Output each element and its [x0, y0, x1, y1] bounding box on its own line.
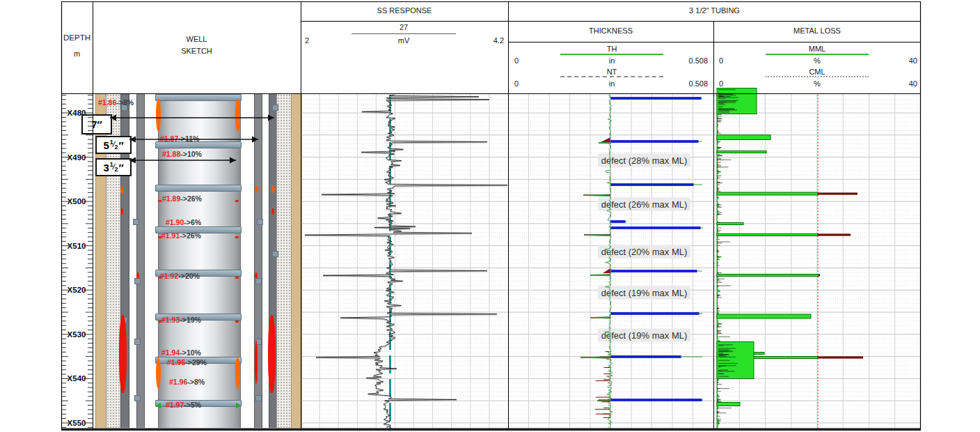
defect-label: defect (20% max ML) [598, 245, 690, 259]
nt-curve-name: NT [560, 68, 663, 76]
depth-label: X490 [68, 153, 86, 162]
joint-annotation: #1.91->26% [161, 231, 201, 240]
ss-scale-min: 2 [305, 36, 309, 45]
casing-size-callout: 51⁄2″ [95, 136, 132, 154]
casing-centralizer [257, 219, 263, 225]
joint-loss: ->26% [180, 231, 201, 240]
corrosion-streak [119, 315, 127, 393]
corrosion-dot-red [271, 208, 274, 215]
ss-curve-underline [351, 33, 456, 34]
mml-bar [717, 314, 811, 318]
joint-id: #1.88 [162, 150, 180, 158]
casing-size-callout: 31⁄2″ [95, 158, 132, 176]
th-scale-min: 0 [514, 56, 519, 65]
thickness-track-title: THICKNESS [508, 26, 713, 35]
mml-bar-exceed [819, 274, 820, 276]
cement-band [276, 94, 292, 428]
corrosion-crescent [235, 357, 240, 389]
defect-tick [235, 236, 239, 238]
mml-bar [717, 275, 819, 277]
callout-unit: ″ [118, 162, 123, 173]
joint-annotation: #1.86->8% [98, 98, 134, 107]
callout-fraction: 1⁄2 [110, 139, 118, 151]
joint-annotation: #1.87->11% [160, 134, 199, 143]
mml-bar [717, 95, 748, 96]
joint-loss: ->5% [184, 401, 201, 409]
casing-size-callout: 7″ [81, 114, 112, 134]
joint-loss: ->6% [184, 218, 201, 226]
mml-curve-name: MML [766, 45, 869, 53]
th-unit-label: in [560, 56, 663, 65]
joint-annotation: #1.95->29% [167, 358, 207, 367]
casing-centralizer [133, 219, 139, 225]
joint-annotation: #1.94->10% [161, 348, 201, 357]
ss-unit-label: mV [351, 36, 456, 45]
collar-blue-bar [611, 220, 626, 223]
defect-tick [235, 200, 239, 202]
th-curve-name: TH [560, 45, 663, 53]
collar-blue-bar [611, 97, 702, 100]
corrosion-streak [268, 315, 276, 393]
joint-id: #1.86 [98, 98, 116, 107]
callout-number: 7 [91, 118, 97, 130]
joint-loss: ->20% [178, 272, 200, 280]
depth-label: X520 [68, 286, 86, 294]
curves-layer [0, 0, 980, 432]
th-curve-line [560, 54, 663, 55]
mml-curve-line [766, 54, 869, 55]
well-sketch-title-line1: WELL [93, 35, 301, 43]
defect-label: defect (28% max ML) [598, 154, 690, 167]
corrosion-dot-red [120, 208, 123, 215]
defect-tick [158, 200, 161, 202]
mml-bar [717, 192, 818, 195]
ss-track-title: SS RESPONSE [301, 6, 508, 15]
mml-scale-min: 0 [719, 56, 723, 65]
mml-bar-exceed [818, 233, 851, 236]
cml-curve-name: CML [766, 68, 869, 76]
mml-bar [717, 234, 818, 236]
corrosion-dot-red [136, 272, 139, 279]
th-red-blob [601, 137, 610, 142]
well-log-viewer: DEPTH m WELL SKETCH SS RESPONSE 27 mV 2 … [0, 0, 980, 432]
green-marker-left [156, 403, 161, 408]
joint-id: #1.96 [169, 378, 187, 386]
callout-number: 3 [103, 162, 109, 173]
depth-label: X510 [68, 242, 86, 250]
depth-label: X540 [68, 374, 86, 383]
joint-annotation: #1.88->10% [162, 150, 202, 158]
ss-curve-shadow [305, 95, 507, 429]
joint-id: #1.94 [161, 348, 180, 357]
mml-unit-label: % [766, 56, 869, 65]
collar-blue-bar [611, 355, 681, 358]
ss-curve-label: 27 [351, 23, 456, 31]
nt-unit-label: in [560, 79, 663, 88]
tan-band [291, 94, 302, 428]
mml-bar-exceed [818, 356, 863, 358]
joint-id: #1.91 [161, 231, 180, 240]
casing-centralizer [255, 278, 262, 284]
joint-id: #1.93 [161, 316, 180, 324]
joint-loss: ->19% [180, 316, 201, 324]
depth-label: X500 [68, 197, 86, 206]
callout-fraction: 1⁄2 [110, 161, 118, 173]
corrosion-crescent [156, 98, 161, 132]
joint-annotation: #1.90->6% [166, 218, 201, 226]
joint-annotation: #1.92->20% [160, 272, 200, 280]
callout-unit: ″ [97, 118, 102, 130]
joint-loss: ->11% [178, 134, 199, 143]
nt-curve-line [560, 76, 663, 77]
defect-tick [235, 277, 239, 279]
joint-loss: ->29% [185, 358, 207, 367]
corrosion-dot [255, 185, 258, 192]
ss-scale-max: 4.2 [479, 36, 504, 45]
mml-bar [717, 223, 743, 225]
joint-loss: ->10% [180, 150, 202, 158]
callout-number: 5 [103, 139, 109, 151]
depth-label: X530 [68, 330, 86, 339]
corrosion-dot-red [255, 272, 258, 279]
mml-bar [717, 342, 754, 379]
mml-bar [717, 357, 818, 359]
corrosion-dot [120, 187, 124, 194]
grid-layer [0, 0, 980, 432]
collar-blue-bar [611, 183, 694, 186]
